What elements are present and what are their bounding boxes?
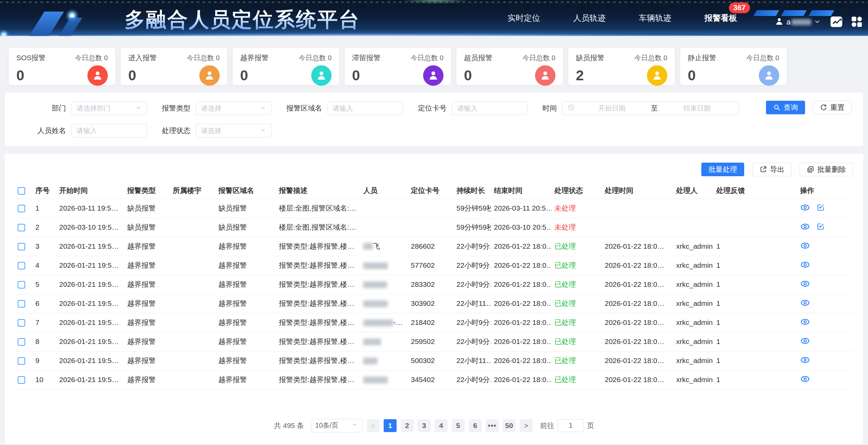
row-checkbox[interactable] xyxy=(18,243,25,250)
page-button-2[interactable]: 2 xyxy=(401,419,414,432)
row-checkbox[interactable] xyxy=(18,281,25,289)
cell-area-name: 缺员报警 xyxy=(216,218,276,237)
view-icon[interactable] xyxy=(800,222,810,233)
page-button-4[interactable]: 4 xyxy=(435,419,448,432)
person-name-redacted xyxy=(363,358,378,364)
page-button-1[interactable]: 1 xyxy=(384,419,397,432)
cell-person: -… xyxy=(361,313,408,332)
table-toolbar: 批量处理 导出 批量删除 xyxy=(15,163,853,176)
page-button-6[interactable]: 6 xyxy=(469,419,482,432)
person-name-redacted xyxy=(363,300,388,307)
column-header-1: 开始时间 xyxy=(56,182,124,199)
batch-process-button[interactable]: 批量处理 xyxy=(701,163,744,176)
cell-feedback: 1 xyxy=(714,351,797,370)
status-badge: 已处理 xyxy=(554,261,576,269)
row-checkbox[interactable] xyxy=(18,357,25,365)
view-icon[interactable] xyxy=(800,375,810,385)
cell-area-name: 越界报警 xyxy=(216,351,276,370)
select-all-checkbox[interactable] xyxy=(18,187,25,195)
goto-page-input[interactable] xyxy=(558,419,584,432)
row-checkbox[interactable] xyxy=(18,262,25,269)
cell-person xyxy=(361,275,408,294)
cell-duration: 22小时11… xyxy=(454,351,491,370)
nav-person-track[interactable]: 人员轨迹 xyxy=(573,13,606,23)
stat-label: 超员报警 xyxy=(464,53,493,63)
person-name-redacted xyxy=(363,243,373,250)
prev-page-button[interactable]: < xyxy=(367,419,380,432)
view-icon[interactable] xyxy=(800,260,810,271)
stat-card-1: SOS报警今日总数 00 xyxy=(9,48,115,85)
stat-card-5: 超员报警今日总数 00 xyxy=(456,48,563,85)
column-header-13: 处理反馈 xyxy=(714,182,797,199)
view-icon[interactable] xyxy=(800,298,810,309)
cell-handler: xrkc_admin xyxy=(673,256,714,275)
view-icon[interactable] xyxy=(800,279,810,290)
view-icon[interactable] xyxy=(800,317,810,328)
page-size-select[interactable]: 10条/页 xyxy=(311,419,363,432)
cell-person: 飞 xyxy=(361,237,408,256)
table-row: 12026-03-11 19:5…缺员报警缺员报警楼层:全图,报警区域名:…59… xyxy=(15,199,853,218)
cell-description: 报警类型:越界报警,楼… xyxy=(276,275,361,294)
nav-vehicle-track[interactable]: 车辆轨迹 xyxy=(639,13,671,23)
edit-icon[interactable] xyxy=(816,222,825,233)
batch-delete-button[interactable]: 批量删除 xyxy=(800,163,853,176)
placeholder-text: 请选择 xyxy=(201,104,257,113)
page-button-5[interactable]: 5 xyxy=(452,419,465,432)
time-range-picker[interactable]: 开始日期至结束日期 xyxy=(562,101,739,115)
alarm-type-select[interactable]: 请选择 xyxy=(196,101,271,115)
person-still-icon xyxy=(759,65,779,86)
user-menu[interactable]: a xyxy=(775,0,821,36)
row-checkbox[interactable] xyxy=(18,376,25,384)
header-actions xyxy=(829,0,864,36)
row-checkbox[interactable] xyxy=(18,300,25,308)
next-page-button[interactable]: > xyxy=(520,419,533,432)
person-enter-icon xyxy=(199,65,220,86)
more-pages-button[interactable]: ••• xyxy=(486,419,499,432)
monitor-trend-icon[interactable] xyxy=(829,15,844,28)
column-header-2: 报警类型 xyxy=(124,182,170,199)
cell-index: 3 xyxy=(33,237,56,256)
cell-person xyxy=(361,332,408,351)
export-button[interactable]: 导出 xyxy=(752,163,791,176)
stat-today-total: 今日总数 0 xyxy=(299,53,332,63)
nav-realtime-location[interactable]: 实时定位 xyxy=(507,13,540,23)
cell-alarm-type: 越界报警 xyxy=(124,351,170,370)
card-number-input[interactable]: 请输入 xyxy=(452,101,528,115)
app-header: 多融合人员定位系统平台 实时定位人员轨迹车辆轨迹报警看板367 a xyxy=(0,0,868,36)
view-icon[interactable] xyxy=(800,203,810,214)
placeholder-text: 请选择 xyxy=(201,126,257,135)
edit-icon[interactable] xyxy=(816,203,825,214)
search-button[interactable]: 查询 xyxy=(766,101,805,114)
cell-handle-time: 2026-01-22 18:0… xyxy=(602,237,673,256)
handle-status-select[interactable]: 请选择 xyxy=(196,124,271,137)
alarm-area-input[interactable]: 请输入 xyxy=(328,101,403,115)
filter-label: 时间 xyxy=(542,103,557,113)
page-button-50[interactable]: 50 xyxy=(503,419,516,432)
cell-end-time: 2026-03-11 20:5… xyxy=(491,199,552,218)
cell-duration: 59分钟59秒 xyxy=(454,218,491,237)
view-icon[interactable] xyxy=(800,336,810,347)
view-icon[interactable] xyxy=(800,356,810,366)
department-select[interactable]: 请选择部门 xyxy=(71,101,147,115)
nav-alarm-board[interactable]: 报警看板367 xyxy=(704,13,737,23)
cell-start-time: 2026-01-21 19:5… xyxy=(56,313,124,332)
status-badge: 未处理 xyxy=(554,223,576,231)
row-checkbox[interactable] xyxy=(18,224,25,231)
cell-description: 报警类型:越界报警,楼… xyxy=(276,370,361,389)
reset-button[interactable]: 重置 xyxy=(813,101,852,114)
apps-grid-icon[interactable] xyxy=(850,15,864,28)
header-bottom-glow xyxy=(0,32,868,36)
cell-feedback: 1 xyxy=(714,332,797,351)
row-checkbox[interactable] xyxy=(18,338,25,346)
cell-index: 1 xyxy=(33,199,56,218)
chevron-down-icon xyxy=(260,127,266,135)
row-checkbox[interactable] xyxy=(18,205,25,212)
placeholder-text: 请选择部门 xyxy=(77,104,132,113)
table-row: 32026-01-21 19:5…越界报警越界报警报警类型:越界报警,楼…飞28… xyxy=(15,237,853,256)
cell-index: 7 xyxy=(33,313,56,332)
page-button-3[interactable]: 3 xyxy=(418,419,431,432)
view-icon[interactable] xyxy=(800,241,810,252)
person-name-input[interactable]: 请输入 xyxy=(71,124,147,137)
row-checkbox[interactable] xyxy=(18,319,25,327)
stat-today-total: 今日总数 0 xyxy=(634,53,667,63)
